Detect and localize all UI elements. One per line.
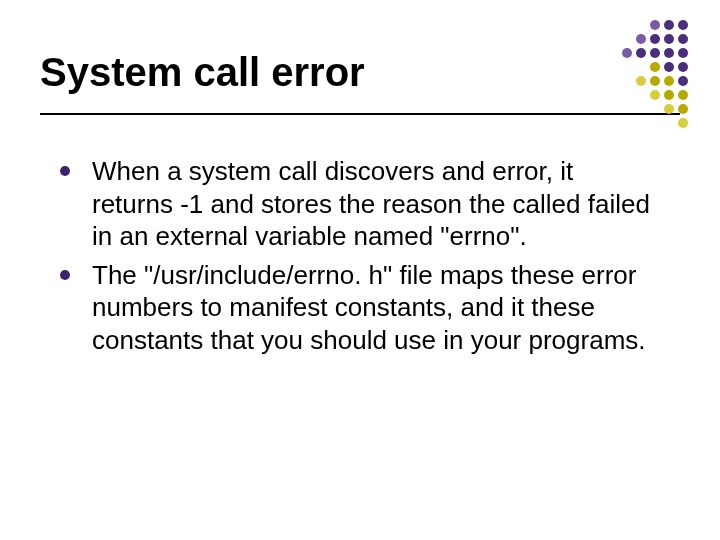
bullet-icon xyxy=(60,270,70,280)
dot-icon xyxy=(636,34,646,44)
list-item: When a system call discovers and error, … xyxy=(60,155,650,253)
slide-title: System call error xyxy=(40,50,680,95)
dot-icon xyxy=(636,104,646,114)
dot-icon xyxy=(678,118,688,128)
dot-icon xyxy=(608,62,618,72)
dot-icon xyxy=(608,104,618,114)
dot-icon xyxy=(608,118,618,128)
list-item: The "/usr/include/errno. h" file maps th… xyxy=(60,259,650,357)
dot-icon xyxy=(636,62,646,72)
bullet-list: When a system call discovers and error, … xyxy=(0,115,720,356)
dot-icon xyxy=(622,48,632,58)
dot-icon xyxy=(622,20,632,30)
dot-icon xyxy=(678,48,688,58)
dot-icon xyxy=(636,48,646,58)
bullet-text: The "/usr/include/errno. h" file maps th… xyxy=(92,259,650,357)
dot-icon xyxy=(622,62,632,72)
dot-icon xyxy=(650,76,660,86)
dot-icon xyxy=(664,62,674,72)
dot-icon xyxy=(678,20,688,30)
dot-icon xyxy=(622,90,632,100)
dot-icon xyxy=(664,104,674,114)
dot-icon xyxy=(650,90,660,100)
dot-icon xyxy=(622,118,632,128)
dot-icon xyxy=(664,118,674,128)
slide: System call error When a system call dis… xyxy=(0,0,720,540)
dot-icon xyxy=(650,34,660,44)
dot-icon xyxy=(664,48,674,58)
dot-icon xyxy=(608,20,618,30)
dot-icon xyxy=(678,62,688,72)
dot-icon xyxy=(664,34,674,44)
dot-icon xyxy=(678,104,688,114)
dot-icon xyxy=(678,76,688,86)
dot-icon xyxy=(608,48,618,58)
dot-icon xyxy=(636,118,646,128)
dot-icon xyxy=(622,104,632,114)
dot-icon xyxy=(664,76,674,86)
dot-icon xyxy=(622,34,632,44)
dot-icon xyxy=(622,76,632,86)
dot-icon xyxy=(608,76,618,86)
bullet-text: When a system call discovers and error, … xyxy=(92,155,650,253)
dot-icon xyxy=(650,62,660,72)
dot-icon xyxy=(678,90,688,100)
dot-icon xyxy=(636,20,646,30)
dot-icon xyxy=(650,48,660,58)
dot-icon xyxy=(650,118,660,128)
dot-icon xyxy=(636,90,646,100)
dot-icon xyxy=(664,20,674,30)
dot-icon xyxy=(636,76,646,86)
dot-icon xyxy=(608,34,618,44)
dot-icon xyxy=(650,20,660,30)
bullet-icon xyxy=(60,166,70,176)
dot-icon xyxy=(664,90,674,100)
dot-icon xyxy=(650,104,660,114)
dot-icon xyxy=(678,34,688,44)
decorative-dot-grid xyxy=(608,20,688,128)
dot-icon xyxy=(608,90,618,100)
